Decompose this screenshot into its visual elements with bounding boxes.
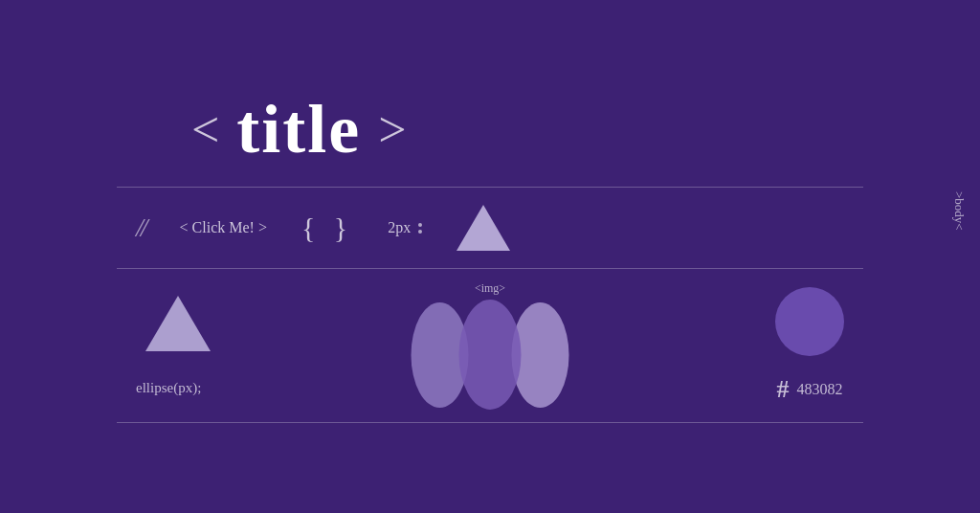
main-container: < title > // < Click Me! > { } 2px [0,0,980,513]
title-section: < title > [153,90,407,169]
hash-row: # 483082 [777,375,843,404]
page-title: title [236,90,361,169]
open-bracket: < [191,101,219,158]
triangle-bottom-icon [145,296,211,351]
curly-braces-icon: { } [301,212,353,244]
top-row: // < Click Me! > { } 2px [117,188,863,268]
ellipse-mid-shape [459,300,522,410]
ellipse-label: ellipse(px); [136,380,211,396]
click-me-label[interactable]: < Click Me! > [180,219,267,236]
triangle-top-icon [457,205,510,251]
ellipses-center-group: <img> [412,281,569,410]
bottom-row: ellipse(px); <img> # 483082 [117,269,863,422]
bottom-left-group: ellipse(px); [136,296,211,396]
bottom-divider [117,422,863,423]
px-text: 2px [388,219,411,236]
dots-icon [418,223,422,234]
body-tag: >body< [951,191,967,231]
hex-value: 483082 [797,381,843,398]
bottom-right-group: # 483082 [775,287,844,404]
hash-icon: # [777,375,790,404]
img-tag-label: <img> [475,281,505,296]
content-area: // < Click Me! > { } 2px ellipse(px); [117,187,863,423]
ellipses-group [412,300,569,410]
close-bracket: > [378,101,406,158]
comment-slash-icon: // [136,212,145,243]
px-value: 2px [388,219,422,236]
circle-purple-shape [775,287,844,356]
